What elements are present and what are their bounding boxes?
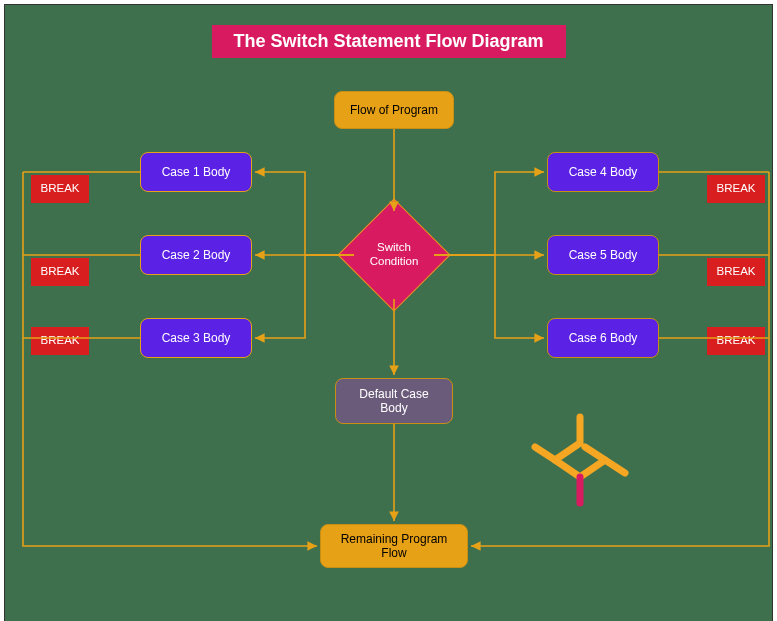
break-label-left-1: BREAK [31,175,89,203]
default-case-node: Default CaseBody [335,378,453,424]
case-1-body: Case 1 Body [140,152,252,192]
flow-of-program-node: Flow of Program [334,91,454,129]
case-4-body: Case 4 Body [547,152,659,192]
logo-icon [525,405,635,515]
diagram-title: The Switch Statement Flow Diagram [211,25,565,58]
case-2-body: Case 2 Body [140,235,252,275]
diagram-canvas: The Switch Statement Flow Diagram Flow o… [4,4,773,621]
case-3-body: Case 3 Body [140,318,252,358]
break-label-left-3: BREAK [31,327,89,355]
case-6-body: Case 6 Body [547,318,659,358]
switch-condition-label: SwitchCondition [339,200,449,310]
break-label-left-2: BREAK [31,258,89,286]
remaining-flow-node: Remaining ProgramFlow [320,524,468,568]
break-label-right-3: BREAK [707,327,765,355]
case-5-body: Case 5 Body [547,235,659,275]
break-label-right-2: BREAK [707,258,765,286]
break-label-right-1: BREAK [707,175,765,203]
switch-condition-node: SwitchCondition [339,200,449,310]
